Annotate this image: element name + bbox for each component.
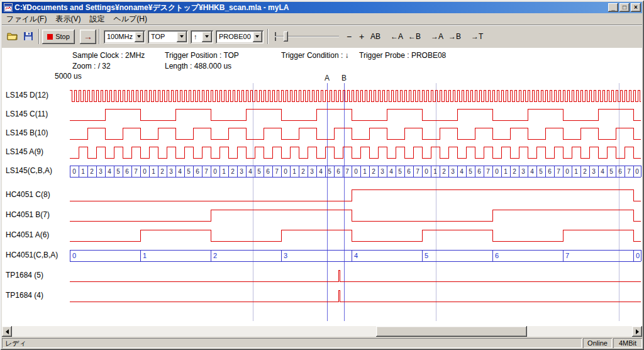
stop-icon [47,34,53,40]
svg-text:0: 0 [636,252,640,259]
svg-text:5: 5 [257,168,261,175]
statusbar: レディ Online 4MBit [2,337,642,348]
svg-text:6: 6 [618,168,622,175]
scroll-right-button[interactable] [632,326,642,337]
svg-text:2: 2 [231,168,235,175]
horizontal-scrollbar[interactable] [2,326,642,337]
zoom-in-button[interactable]: + [355,30,368,43]
svg-text:2: 2 [513,168,516,175]
toolbar-separator [38,29,40,44]
waveform-channel [70,210,641,221]
chevron-down-icon[interactable] [253,31,262,42]
svg-text:2: 2 [301,168,305,175]
svg-text:5: 5 [116,168,120,175]
close-button[interactable]: × [631,3,641,12]
svg-text:0: 0 [495,168,499,175]
minimize-button[interactable]: _ [608,3,618,12]
trigger-edge-select[interactable]: ↑ [191,30,213,43]
waveform-channel [70,270,641,281]
toolbar-separator [267,29,269,44]
svg-text:1: 1 [143,252,147,259]
svg-text:3: 3 [451,168,455,175]
svg-text:1: 1 [152,168,155,175]
waveform-channel [70,230,641,241]
arrow-left-icon [3,329,9,334]
chevron-down-icon[interactable] [177,31,187,42]
svg-text:3: 3 [310,168,314,175]
trigger-position-value: TOP [148,33,177,40]
svg-text:6: 6 [477,168,481,175]
open-file-button[interactable] [4,30,20,44]
svg-text:2: 2 [442,168,446,175]
svg-text:4: 4 [319,168,323,175]
trigger-edge-value: ↑ [191,33,202,40]
scrollbar-thumb[interactable] [376,326,527,337]
menu-settings[interactable]: 設定 [85,13,109,25]
svg-text:5: 5 [609,168,613,175]
waveform-svg[interactable]: AB01234567012345670123456701234567012345… [2,48,642,326]
menu-view[interactable]: 表示(V) [51,13,85,25]
zoom-slider[interactable] [275,29,339,44]
open-folder-icon [7,32,18,42]
waveform-channel [70,109,641,120]
svg-text:6: 6 [548,168,552,175]
window-title: C:¥Documents and Settings¥noname¥デスクトップ¥… [14,3,608,13]
svg-text:5: 5 [539,168,543,175]
svg-text:6: 6 [407,168,411,175]
ab-markers-button[interactable]: AB [368,30,383,43]
scroll-left-button[interactable] [2,326,12,337]
svg-text:3: 3 [521,168,525,175]
svg-text:7: 7 [275,168,279,175]
svg-text:2: 2 [90,168,94,175]
goto-marker-a-left-button[interactable]: ←A [388,30,406,43]
menu-help[interactable]: ヘルプ(H) [109,13,152,25]
svg-text:1: 1 [222,168,226,175]
run-arrow-icon: → [84,31,92,42]
run-button[interactable]: → [80,30,96,44]
svg-text:2: 2 [583,168,587,175]
svg-text:5: 5 [328,168,331,175]
goto-marker-b-right-button[interactable]: →B [446,30,464,43]
stop-button[interactable]: Stop [42,30,75,44]
svg-text:1: 1 [433,168,437,175]
svg-text:6: 6 [196,168,199,175]
goto-trigger-button[interactable]: →T [469,30,486,43]
svg-text:4: 4 [460,168,464,175]
svg-text:3: 3 [380,168,384,175]
app-window: C:¥Documents and Settings¥noname¥デスクトップ¥… [0,0,644,350]
goto-marker-b-left-button[interactable]: ←B [406,30,423,43]
sample-clock-value: 100MHz [104,33,135,40]
titlebar[interactable]: C:¥Documents and Settings¥noname¥デスクトップ¥… [2,2,642,13]
zoom-out-button[interactable]: − [343,30,355,43]
maximize-button[interactable]: □ [619,3,630,12]
app-icon [4,3,13,12]
waveform-client-area: Sample Clock : 2MHz Trigger Position : T… [2,48,642,326]
svg-text:0: 0 [635,168,639,175]
floppy-disk-icon [24,32,33,42]
svg-text:6: 6 [266,168,270,175]
svg-text:0: 0 [425,168,428,175]
toolbar-separator [99,29,100,44]
menu-file[interactable]: ファイル(F) [2,13,51,25]
svg-text:1: 1 [292,168,296,175]
svg-text:7: 7 [486,168,490,175]
chevron-down-icon[interactable] [202,31,212,42]
svg-text:4: 4 [248,168,252,175]
svg-text:3: 3 [592,168,596,175]
slider-thumb[interactable] [284,31,288,42]
svg-text:3: 3 [284,252,287,259]
menubar: ファイル(F) 表示(V) 設定 ヘルプ(H) [2,13,642,25]
trigger-position-select[interactable]: TOP [148,30,188,43]
svg-text:2: 2 [160,168,164,175]
chevron-down-icon[interactable] [135,31,144,42]
save-button[interactable] [20,30,36,44]
svg-text:7: 7 [627,168,631,175]
trigger-probe-select[interactable]: PROBE00 [216,30,264,43]
svg-text:5: 5 [187,168,191,175]
svg-text:4: 4 [389,168,393,175]
sample-clock-select[interactable]: 100MHz [104,30,145,43]
waveform-channel [70,90,641,101]
goto-marker-a-right-button[interactable]: →A [428,30,446,43]
waveform-channel [70,128,641,139]
window-controls: _ □ × [608,3,641,12]
